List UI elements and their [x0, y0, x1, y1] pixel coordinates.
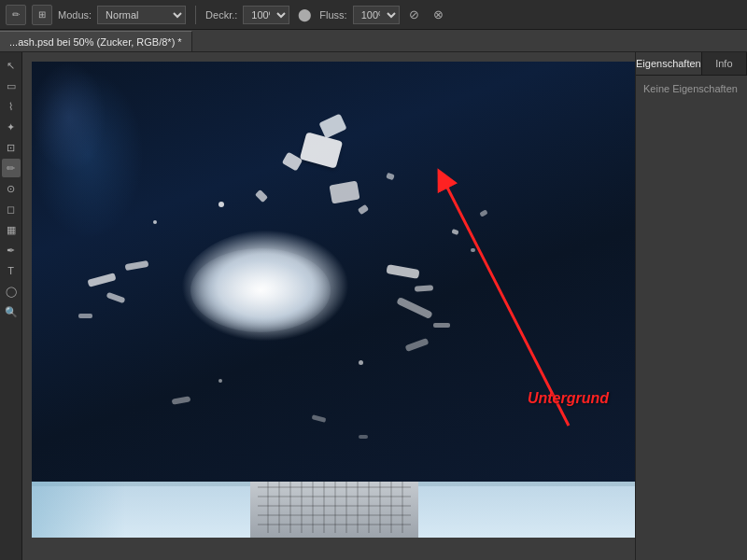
deckr-select[interactable]: 100% 75% 50%: [243, 6, 289, 24]
canvas-area[interactable]: Untergrund: [22, 52, 635, 560]
stylus-icon2[interactable]: ⊗: [430, 6, 448, 24]
brush-icon[interactable]: ✏: [6, 5, 26, 25]
zoom-tool[interactable]: 🔍: [2, 302, 21, 321]
photo-bottom: [32, 482, 635, 538]
stylus-icon1[interactable]: ⊘: [405, 6, 424, 24]
modus-label: Modus:: [58, 9, 92, 21]
fluss-select[interactable]: 100% 75% 50%: [353, 6, 400, 24]
move-tool[interactable]: ↖: [2, 56, 21, 75]
canvas-wrapper: Untergrund: [32, 62, 635, 538]
tab-bar: ...ash.psd bei 50% (Zucker, RGB/8*) *: [0, 30, 747, 52]
select-tool[interactable]: ▭: [2, 77, 21, 95]
no-properties-label: Keine Eigenschaften: [643, 83, 740, 94]
stamp-tool[interactable]: ⊙: [2, 179, 21, 198]
left-toolbar: ↖ ▭ ⌇ ✦ ⊡ ✏ ⊙ ◻ ▦ ✒ T ◯ 🔍: [0, 52, 22, 560]
right-panel: Eigenschaften Info Keine Eigenschaften: [635, 52, 747, 560]
crop-tool[interactable]: ⊡: [2, 138, 21, 157]
gradient-tool[interactable]: ▦: [2, 220, 21, 239]
deckr-label: Deckr.:: [205, 9, 237, 21]
text-tool[interactable]: T: [2, 261, 21, 280]
pen-tool[interactable]: ✒: [2, 241, 21, 259]
magic-wand-tool[interactable]: ✦: [2, 118, 21, 136]
svg-line-1: [443, 178, 569, 426]
main-area: ↖ ▭ ⌇ ✦ ⊡ ✏ ⊙ ◻ ▦ ✒ T ◯ 🔍: [0, 52, 747, 560]
airbrush-icon[interactable]: ⬤: [295, 6, 314, 24]
shape-tool[interactable]: ◯: [2, 282, 21, 301]
toolbar: ✏ ⊞ Modus: Normal Multiplizieren Aufhell…: [0, 0, 747, 30]
eigenschaften-tab[interactable]: Eigenschaften: [636, 52, 702, 75]
modus-select[interactable]: Normal Multiplizieren Aufhellen: [97, 6, 186, 24]
panel-tabs: Eigenschaften Info: [636, 52, 747, 76]
separator1: [195, 6, 196, 24]
red-arrow: [32, 62, 635, 482]
fluss-label: Fluss:: [319, 9, 346, 21]
brush-tool[interactable]: ✏: [2, 159, 21, 177]
lasso-tool[interactable]: ⌇: [2, 97, 21, 116]
document-tab-label: ...ash.psd bei 50% (Zucker, RGB/8*) *: [9, 36, 182, 48]
eraser-tool[interactable]: ◻: [2, 200, 21, 218]
document-tab[interactable]: ...ash.psd bei 50% (Zucker, RGB/8*) *: [0, 31, 192, 51]
tool-options-icon[interactable]: ⊞: [32, 5, 52, 25]
photo-canvas: Untergrund: [32, 62, 635, 482]
panel-content: Keine Eigenschaften: [636, 76, 747, 102]
info-tab[interactable]: Info: [702, 52, 747, 75]
annotation-label: Untergrund: [528, 390, 609, 407]
